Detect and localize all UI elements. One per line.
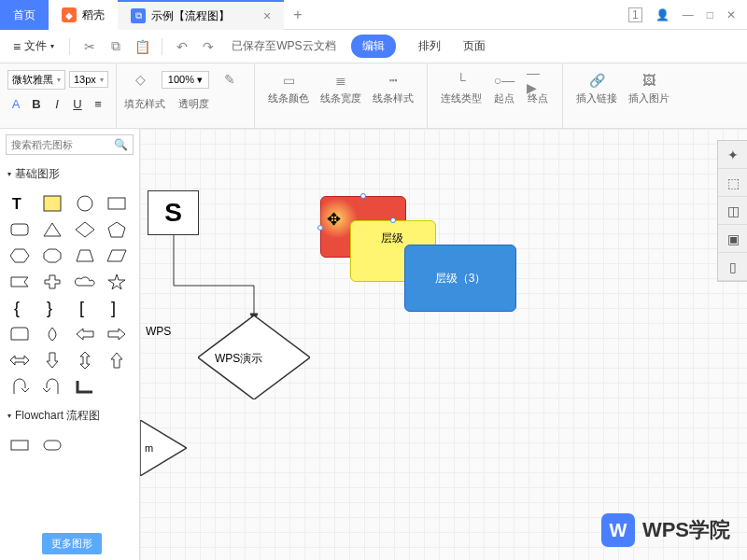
insimg-button[interactable]: 🖼插入图片 <box>623 67 675 124</box>
shape-banner[interactable] <box>6 270 34 294</box>
menu-page[interactable]: 页面 <box>463 38 486 54</box>
right-dock: ✦ ⬚ ◫ ▣ ▯ <box>717 140 747 282</box>
redo-icon[interactable]: ↷ <box>198 36 218 57</box>
shape-uturn2[interactable] <box>38 374 66 399</box>
close-window-icon[interactable]: ✕ <box>726 8 736 21</box>
shape-arrowud[interactable] <box>71 348 99 372</box>
menu-arrange[interactable]: 排列 <box>418 38 441 54</box>
linewidth-button[interactable]: ≣线条宽度 <box>315 67 367 109</box>
minimize-icon[interactable]: — <box>683 8 694 21</box>
tab-flowchart[interactable]: ⧉ 示例【流程图】 × <box>118 0 284 30</box>
shape-triangle[interactable] <box>38 217 66 242</box>
shape-bracketr[interactable]: ] <box>103 296 131 320</box>
start-button[interactable]: ○—起点 <box>487 67 521 124</box>
shape-octagon[interactable] <box>38 244 66 268</box>
shape-bracketl[interactable]: [ <box>71 296 99 320</box>
font-size: 13px <box>74 74 96 85</box>
opacity-button[interactable]: ✎ <box>213 66 247 92</box>
font-select[interactable]: 微软雅黑▾ <box>7 70 65 90</box>
shape-star[interactable] <box>103 270 131 294</box>
chevron-down-icon: ▾ <box>57 76 61 84</box>
shape-trapezoid[interactable] <box>71 244 99 268</box>
page-icon[interactable]: ▯ <box>718 253 747 281</box>
crop-icon[interactable]: ◫ <box>718 197 747 225</box>
shape-search[interactable]: 🔍 <box>6 134 134 155</box>
shape-arrowr[interactable] <box>103 322 131 346</box>
diamond-label: WPS演示 <box>215 351 262 367</box>
svg-marker-7 <box>108 222 125 237</box>
compass-icon[interactable]: ✦ <box>718 141 747 169</box>
hamburger-icon: ≡ <box>13 39 21 54</box>
zoom-select[interactable]: 100% ▾ <box>162 71 209 89</box>
shape-fc-round[interactable] <box>38 433 66 457</box>
badge-icon[interactable]: 1 <box>628 7 642 22</box>
fontcolor-button[interactable]: A <box>7 95 24 112</box>
tab-home[interactable]: 首页 <box>0 0 49 30</box>
shape-bracel[interactable]: { <box>6 296 34 320</box>
shape-cloud[interactable] <box>71 270 99 294</box>
flame-icon: ◆ <box>62 7 77 22</box>
shape-arrowd[interactable] <box>38 348 66 372</box>
font-name: 微软雅黑 <box>12 73 53 87</box>
shape-roundrect[interactable] <box>6 217 34 242</box>
layers-icon[interactable]: ▣ <box>718 225 747 253</box>
copy-icon[interactable]: ⧉ <box>106 36 126 57</box>
tab-add[interactable]: + <box>284 0 311 30</box>
canvas[interactable]: S WPS演示 WPS m 层级 层级 层级（3） ✥ <box>140 129 747 560</box>
chevron-down-icon: ▾ <box>50 42 54 50</box>
close-icon[interactable]: × <box>263 8 271 23</box>
shape-diamond[interactable] <box>71 217 99 242</box>
edit-button[interactable]: 编辑 <box>351 35 396 58</box>
shape-parallelogram[interactable] <box>103 244 131 268</box>
fill-button[interactable]: ◇ <box>124 66 158 92</box>
shape-fc-rect[interactable] <box>6 433 34 457</box>
shape-arrowlr[interactable] <box>6 348 34 372</box>
titlebar: 首页 ◆ 稻壳 ⧉ 示例【流程图】 × + 1 👤 — □ ✕ <box>0 0 747 30</box>
underline-button[interactable]: U <box>69 95 86 112</box>
svg-rect-4 <box>11 224 28 235</box>
shape-tab[interactable] <box>6 322 34 346</box>
shape-note[interactable] <box>38 191 66 216</box>
shape-circle[interactable] <box>71 191 99 216</box>
inslink-button[interactable]: 🔗插入链接 <box>571 67 623 124</box>
align-button[interactable]: ≡ <box>90 95 106 112</box>
end-button[interactable]: —▶终点 <box>521 67 555 124</box>
conntype-button[interactable]: └连线类型 <box>435 67 487 124</box>
undo-icon[interactable]: ↶ <box>172 36 192 57</box>
node-triangle[interactable]: m <box>140 420 187 476</box>
shape-hexagon[interactable] <box>6 244 34 268</box>
linestyle-button[interactable]: ┅线条样式 <box>367 67 419 109</box>
shape-drop[interactable] <box>38 322 66 346</box>
opacity-label: 透明度 <box>178 97 209 111</box>
shape-text[interactable]: T <box>6 191 34 216</box>
paste-icon[interactable]: 📋 <box>132 36 152 57</box>
cat-flowchart[interactable]: ▾Flowchart 流程图 <box>0 402 139 429</box>
shape-uturn1[interactable] <box>6 374 34 399</box>
shape-corner[interactable] <box>71 374 99 399</box>
tab-label: 稻壳 <box>82 7 105 23</box>
more-shapes-button[interactable]: 更多图形 <box>42 533 102 554</box>
fontsize-select[interactable]: 13px▾ <box>69 71 108 88</box>
toolbar: 微软雅黑▾ 13px▾ A B I U ≡ ◇ 100% ▾ ✎ 填充样式 透明… <box>0 63 747 129</box>
file-menu[interactable]: ≡ 文件 ▾ <box>7 35 60 58</box>
search-icon[interactable]: 🔍 <box>114 138 128 151</box>
shape-rect[interactable] <box>103 191 131 216</box>
select-icon[interactable]: ⬚ <box>718 169 747 197</box>
tab-docktab[interactable]: ◆ 稻壳 <box>49 0 118 30</box>
flowchart-icon: ⧉ <box>131 8 146 23</box>
linecolor-button[interactable]: ▭线条颜色 <box>262 67 315 109</box>
cat-basic[interactable]: ▾基础图形 <box>0 161 139 188</box>
search-input[interactable] <box>11 139 114 150</box>
cut-icon[interactable]: ✂ <box>79 36 100 57</box>
shape-plus[interactable] <box>38 270 66 294</box>
maximize-icon[interactable]: □ <box>707 8 713 21</box>
shape-bracer[interactable]: } <box>38 296 66 320</box>
user-icon[interactable]: 👤 <box>655 8 669 21</box>
bold-button[interactable]: B <box>28 95 45 112</box>
node-blue[interactable]: 层级（3） <box>404 245 516 312</box>
shape-pentagon[interactable] <box>103 217 131 242</box>
shape-arrowu[interactable] <box>103 348 131 372</box>
italic-button[interactable]: I <box>49 95 65 112</box>
svg-marker-10 <box>77 250 93 261</box>
shape-arrowl[interactable] <box>71 322 99 346</box>
